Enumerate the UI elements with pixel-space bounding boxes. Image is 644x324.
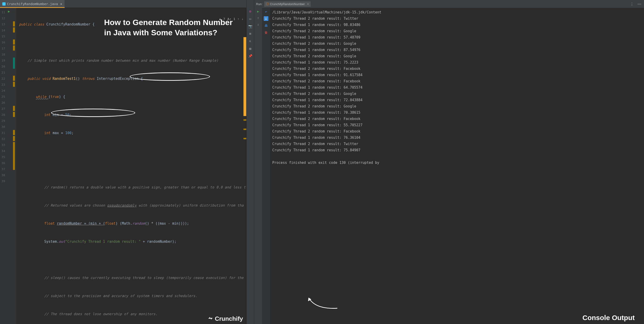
line-number: 20 — [0, 64, 5, 70]
console-line: Crunchify Thread 1 random result: 87.549… — [272, 47, 642, 53]
change-marker — [13, 21, 15, 26]
line-number: 38 — [0, 172, 5, 178]
camera-icon[interactable]: 📷 — [248, 24, 252, 28]
scroll-to-end-icon[interactable]: ⤓ — [264, 16, 268, 21]
console-line: Crunchify Thread 2 random result: Facebo… — [272, 128, 642, 135]
line-number: 35 — [0, 154, 5, 160]
console-line: Crunchify Thread 1 random result: 75.222… — [272, 59, 642, 66]
change-marker — [13, 106, 15, 111]
line-number: 30 — [0, 124, 5, 130]
console-line: Crunchify Thread 2 random result: Twitte… — [272, 141, 642, 147]
console-line: Crunchify Thread 2 random result: Google — [272, 41, 642, 47]
change-marker — [13, 112, 15, 117]
console-body: ▶ ↑ ↓ ↩ ⤓ 🖶 🗑 /Library/Java/JavaVirtualM… — [254, 8, 644, 324]
line-number: 33 — [0, 142, 5, 148]
more-icon[interactable]: ⋮ — [629, 2, 635, 6]
line-number: 32 — [0, 136, 5, 142]
console-line: Crunchify Thread 2 random result: Google — [272, 91, 642, 97]
line-number: 26 — [0, 100, 5, 106]
line-number: 15 — [0, 33, 5, 39]
run-config-name: CrunchifyRandomNumber — [270, 2, 304, 6]
console-output-controls: ↩ ⤓ 🖶 🗑 — [262, 8, 270, 324]
tab-filename: CrunchifyRandomNumber.java — [7, 2, 58, 6]
console-run-controls: ▶ ↑ ↓ — [254, 8, 262, 324]
line-number: 12 — [0, 15, 5, 21]
console-line: Crunchify Thread 2 random result: Facebo… — [272, 78, 642, 84]
console-line: Crunchify Thread 1 random result: 75.849… — [272, 147, 642, 153]
console-output[interactable]: /Library/Java/JavaVirtualMachines/jdk-15… — [270, 8, 644, 324]
console-line: Crunchify Thread 2 random result: Google — [272, 28, 642, 34]
console-path: /Library/Java/JavaVirtualMachines/jdk-15… — [272, 9, 642, 15]
editor-pane: CrunchifyRandomNumber.java × 11121314151… — [0, 0, 246, 324]
line-number: 27 — [0, 106, 5, 112]
layout-icon[interactable]: ▤ — [248, 46, 252, 51]
error-stripe-mark[interactable] — [244, 129, 246, 130]
pin-icon[interactable]: 📌 — [248, 54, 252, 58]
console-line: Crunchify Thread 2 random result: Facebo… — [272, 66, 642, 72]
minimize-icon[interactable]: — — [636, 2, 642, 6]
up-arrow-icon[interactable]: ↑ — [238, 17, 239, 21]
crunchify-logo: Crunchify — [208, 316, 243, 322]
console-line: Crunchify Thread 1 random result: 57.487… — [272, 34, 642, 41]
line-number: 21 — [0, 70, 5, 76]
run-gutter: ▶ — [6, 8, 13, 324]
console-line: Crunchify Thread 2 random result: Facebo… — [272, 116, 642, 122]
stop-icon[interactable]: ▭ — [248, 17, 252, 21]
error-stripe-mark[interactable] — [244, 119, 246, 121]
console-line: Crunchify Thread 2 random result: Google — [272, 53, 642, 59]
rerun-icon[interactable]: ▶ — [256, 9, 260, 13]
line-number: 34 — [0, 148, 5, 154]
run-config-close-icon[interactable]: × — [306, 2, 309, 6]
warning-count: 7 — [223, 17, 225, 21]
change-marker — [13, 45, 15, 51]
console-exit-line: Process finished with exit code 130 (int… — [272, 160, 642, 166]
line-number: 31 — [0, 130, 5, 136]
settings-icon[interactable]: ⚙ — [248, 9, 252, 13]
line-number: 24 — [0, 88, 5, 94]
typo-icon: A↗ — [228, 17, 231, 21]
code-area[interactable]: public class CrunchifyRandomNumber { // … — [16, 8, 246, 324]
line-number: 18 — [0, 51, 5, 57]
typo-count: 1 — [234, 17, 235, 21]
line-number: 23 — [0, 82, 5, 88]
down-stack-icon[interactable]: ↓ — [256, 22, 260, 26]
line-number: 22 — [0, 76, 5, 82]
line-number: 28 — [0, 112, 5, 118]
change-marker — [13, 27, 15, 32]
up-stack-icon[interactable]: ↑ — [256, 16, 260, 20]
warning-icon: ▲ — [219, 17, 221, 21]
line-number: 16 — [0, 39, 5, 45]
down-arrow-icon[interactable]: ↓ — [242, 17, 244, 21]
change-marker — [13, 136, 15, 141]
editor-body: 1112131415161718192021222324252627282930… — [0, 8, 246, 324]
print-icon[interactable]: 🖶 — [264, 23, 268, 28]
run-config-icon — [266, 3, 268, 5]
clear-all-icon[interactable]: 🗑 — [264, 30, 268, 35]
console-annotation-label: Console Output — [582, 315, 635, 321]
run-config-tab[interactable]: CrunchifyRandomNumber × — [264, 1, 310, 7]
error-stripe[interactable] — [244, 37, 246, 116]
console-header: Run: CrunchifyRandomNumber × ⋮ — — [254, 0, 644, 8]
cpu-icon[interactable]: ⊞ — [248, 31, 252, 36]
run-tool-strip: ⚙ ▭ 📷 ⊞ ⇱ ▤ 📌 — [246, 0, 254, 324]
change-marker-gutter — [13, 8, 16, 324]
java-file-icon — [2, 2, 6, 5]
line-number: 11 — [0, 9, 5, 15]
change-marker — [13, 82, 15, 87]
line-number: 39 — [0, 178, 5, 184]
inspection-widget[interactable]: ▲7 A↗1 ↑ ↓ — [219, 17, 244, 21]
run-line-icon[interactable]: ▶ — [8, 9, 10, 13]
change-marker — [13, 39, 15, 44]
console-line: Crunchify Thread 2 random result: Google — [272, 103, 642, 110]
console-line: Crunchify Thread 1 random result: 91.617… — [272, 72, 642, 78]
editor-tab[interactable]: CrunchifyRandomNumber.java × — [0, 0, 64, 8]
soft-wrap-icon[interactable]: ↩ — [264, 9, 268, 14]
export-icon[interactable]: ⇱ — [248, 39, 252, 43]
error-stripe-mark[interactable] — [244, 138, 246, 139]
line-number: 14 — [0, 27, 5, 33]
line-number: 37 — [0, 166, 5, 172]
console-line: Crunchify Thread 1 random result: 70.386… — [272, 110, 642, 116]
line-number: 29 — [0, 118, 5, 124]
tab-close-icon[interactable]: × — [59, 2, 62, 6]
change-marker — [13, 142, 15, 170]
